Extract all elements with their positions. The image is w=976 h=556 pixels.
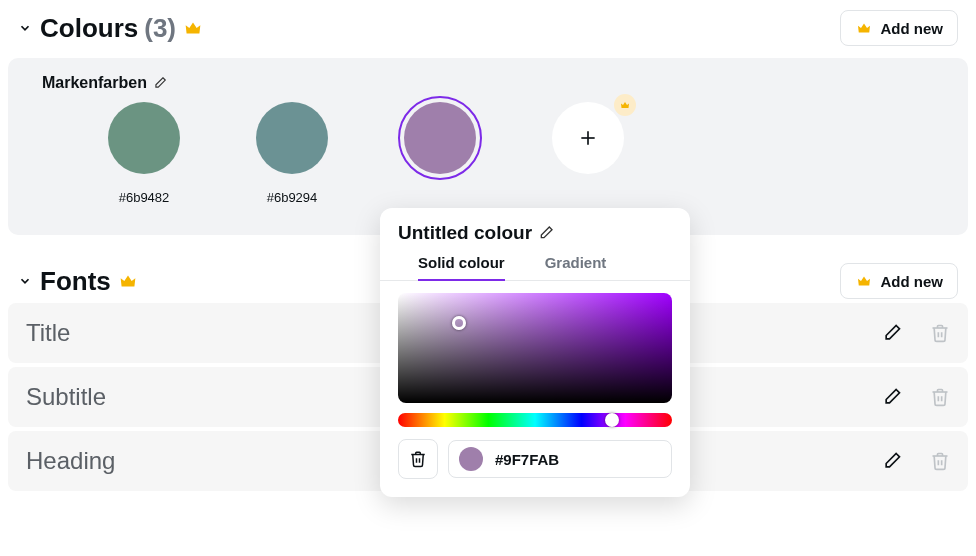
edit-palette-name-icon[interactable]	[153, 76, 167, 90]
saturation-value-box[interactable]	[398, 293, 672, 403]
colours-section-header: Colours (3) Add new	[0, 6, 976, 50]
palette-name-row: Markenfarben	[42, 74, 946, 92]
swatch-item[interactable]: #6b9482	[104, 102, 184, 205]
swatch-item[interactable]: #6b9294	[252, 102, 332, 205]
add-new-font-button[interactable]: Add new	[840, 263, 959, 299]
colours-title: Colours	[40, 13, 138, 44]
hex-input[interactable]	[493, 450, 661, 469]
colour-picker-popover: Untitled colour Solid colour Gradient	[380, 208, 690, 497]
fonts-title: Fonts	[40, 266, 111, 297]
swatch-circle[interactable]	[108, 102, 180, 174]
picker-bottom-row	[398, 439, 672, 479]
swatch-item[interactable]	[400, 102, 480, 174]
picker-title-row: Untitled colour	[398, 222, 672, 244]
font-actions	[882, 387, 950, 407]
fonts-title-wrap[interactable]: Fonts	[18, 266, 139, 297]
chevron-down-icon	[18, 274, 32, 288]
crown-icon	[855, 272, 873, 290]
add-new-colour-button[interactable]: Add new	[840, 10, 959, 46]
delete-font-icon[interactable]	[930, 387, 950, 407]
tab-solid-colour[interactable]: Solid colour	[418, 254, 505, 281]
hex-input-wrap[interactable]	[448, 440, 672, 478]
swatch-label: #6b9482	[119, 190, 170, 205]
font-name: Heading	[26, 447, 115, 475]
edit-colour-name-icon[interactable]	[538, 225, 554, 241]
font-actions	[882, 451, 950, 471]
add-swatch-button[interactable]	[552, 102, 624, 174]
crown-icon	[182, 17, 204, 39]
add-new-font-label: Add new	[881, 273, 944, 290]
edit-font-icon[interactable]	[882, 387, 902, 407]
font-actions	[882, 323, 950, 343]
hex-preview-swatch	[459, 447, 483, 471]
crown-icon	[855, 19, 873, 37]
picker-tabs: Solid colour Gradient	[398, 254, 672, 281]
sv-handle[interactable]	[452, 316, 466, 330]
font-name: Title	[26, 319, 70, 347]
colours-title-wrap[interactable]: Colours (3)	[18, 13, 204, 44]
delete-font-icon[interactable]	[930, 451, 950, 471]
palette-name: Markenfarben	[42, 74, 147, 92]
swatch-row: #6b9482 #6b9294	[24, 102, 952, 205]
hue-slider[interactable]	[398, 413, 672, 427]
chevron-down-icon	[18, 21, 32, 35]
crown-badge	[614, 94, 636, 116]
picker-title: Untitled colour	[398, 222, 532, 244]
hue-handle[interactable]	[605, 413, 619, 427]
swatch-circle[interactable]	[256, 102, 328, 174]
colours-count: (3)	[144, 13, 176, 44]
edit-font-icon[interactable]	[882, 323, 902, 343]
swatch-label: #6b9294	[267, 190, 318, 205]
tab-gradient[interactable]: Gradient	[545, 254, 607, 281]
edit-font-icon[interactable]	[882, 451, 902, 471]
add-swatch-wrap	[548, 102, 628, 174]
delete-colour-button[interactable]	[398, 439, 438, 479]
font-name: Subtitle	[26, 383, 106, 411]
crown-icon	[117, 270, 139, 292]
add-new-colour-label: Add new	[881, 20, 944, 37]
swatch-circle-selected[interactable]	[404, 102, 476, 174]
delete-font-icon[interactable]	[930, 323, 950, 343]
